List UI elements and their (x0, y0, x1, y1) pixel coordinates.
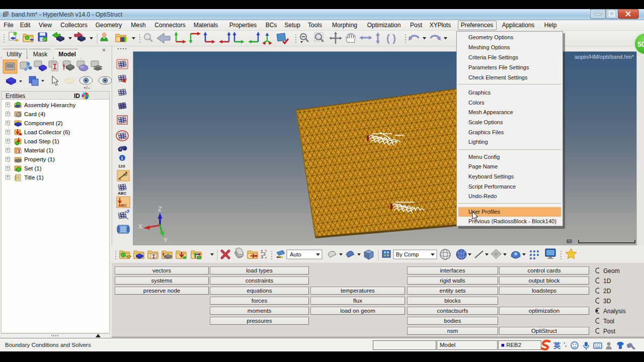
svg-text:’,: ’, (564, 341, 567, 347)
svg-text:123: 123 (118, 164, 125, 168)
svg-text:i: i (121, 155, 123, 161)
svg-text:ABC: ABC (118, 191, 127, 196)
svg-text:( ): ( ) (386, 33, 396, 44)
svg-text:英: 英 (553, 341, 561, 349)
svg-text:ABC: ABC (118, 203, 127, 208)
svg-text:Z: Z (158, 206, 162, 213)
svg-text:90: 90 (123, 173, 127, 176)
svg-text:2: 2 (263, 251, 266, 256)
svg-text:By Comp: By Comp (396, 251, 419, 257)
svg-text:3: 3 (261, 254, 263, 259)
svg-text:Auto: Auto (290, 251, 301, 257)
svg-text:X: X (138, 223, 142, 230)
svg-text:Y: Y (164, 237, 168, 244)
svg-text:+/−: +/− (84, 85, 90, 90)
